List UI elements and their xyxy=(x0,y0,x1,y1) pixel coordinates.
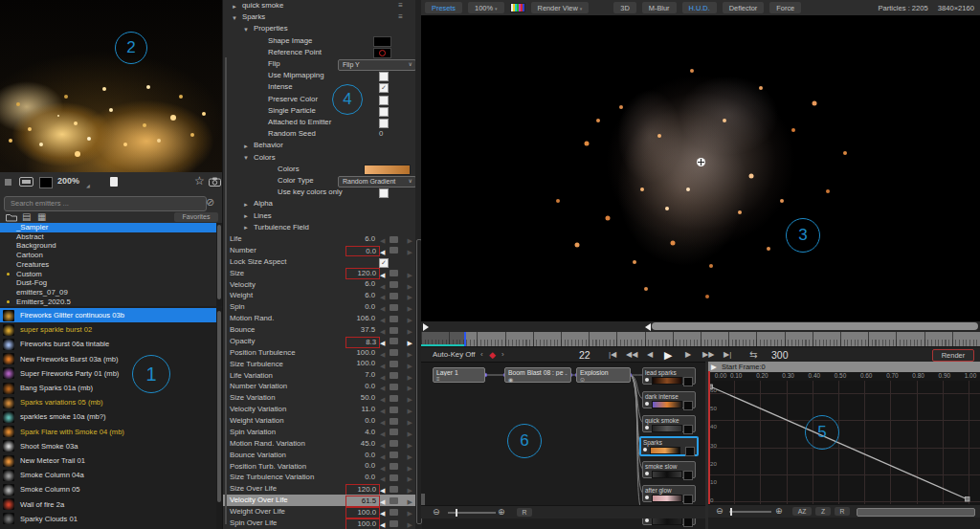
node-input-pin[interactable] xyxy=(645,496,649,499)
checkbox[interactable]: ✓ xyxy=(379,83,389,93)
keyframe-menu-button[interactable] xyxy=(390,281,398,288)
emitter-list-item[interactable]: Spark Flare with Smoke 04 (mb) xyxy=(0,425,216,439)
parameter-value[interactable]: 4.0 xyxy=(345,428,378,437)
keyframe-menu-button[interactable] xyxy=(390,497,398,504)
parameter-row[interactable]: Bounce37.5◀▶ xyxy=(223,324,416,336)
parameter-row[interactable]: Life Variation7.0◀▶ xyxy=(223,370,416,382)
down-arrow-icon[interactable]: ▼ xyxy=(243,152,249,164)
parameter-row[interactable]: Life6.0◀▶ xyxy=(223,233,416,245)
parameter-row[interactable]: Size Over Life120.0◀▶ xyxy=(223,483,416,495)
inspector-tree-row[interactable]: FlipFlip Y∨ xyxy=(223,58,411,70)
small-swatch-icon[interactable] xyxy=(5,179,11,186)
prev-key-icon[interactable]: ‹ xyxy=(480,347,483,363)
right-arrow-icon[interactable]: ► xyxy=(232,1,237,12)
keyframe-menu-button[interactable] xyxy=(390,440,398,447)
parameter-value[interactable]: 61.5 xyxy=(345,496,380,507)
parameter-row[interactable]: Velocity Variation11.0◀▶ xyxy=(223,404,416,415)
node-input-pin[interactable] xyxy=(645,518,649,522)
parameter-value[interactable]: 0.0 xyxy=(345,246,380,257)
parameter-value[interactable]: 106.0 xyxy=(345,314,378,323)
parameter-row[interactable]: Number0.0◀▶ xyxy=(223,245,416,256)
parameter-row[interactable]: Velocity6.0◀▶ xyxy=(223,279,416,291)
shape-image-swatch[interactable] xyxy=(373,36,391,47)
color-bars-icon[interactable] xyxy=(510,3,525,12)
trim-mid-marker-icon[interactable] xyxy=(645,323,651,331)
dropdown-select[interactable]: Random Gradient∨ xyxy=(338,176,416,187)
parameter-row[interactable]: Spin0.0◀▶ xyxy=(223,301,416,313)
down-arrow-icon[interactable]: ▼ xyxy=(243,24,249,35)
emitter-node-lead-sparks[interactable]: lead sparks xyxy=(642,367,696,385)
node-input-pin[interactable] xyxy=(645,402,649,406)
viewport-button-force[interactable]: Force xyxy=(769,2,801,13)
parameter-row[interactable]: Size Variation50.0◀▶ xyxy=(223,392,416,404)
graph-zoom-slider-thumb[interactable] xyxy=(730,508,732,516)
grid-view-icon[interactable]: ▦ xyxy=(37,211,46,222)
node-input-pin[interactable] xyxy=(645,472,649,475)
inspector-tree-row[interactable]: Attached to Emitter xyxy=(223,117,411,128)
parameter-row[interactable]: Opacity8.3◀▶ xyxy=(223,336,416,347)
checkbox[interactable] xyxy=(379,188,389,198)
parameter-value[interactable]: 6.0 xyxy=(345,279,378,289)
emitter-list-item[interactable]: super sparkle burst 02 xyxy=(0,322,216,337)
parameter-value[interactable]: 100.0 xyxy=(345,359,378,368)
parameter-value[interactable]: 45.0 xyxy=(345,439,378,449)
inspector-tree-row[interactable]: ►Alpha xyxy=(223,198,411,209)
down-arrow-icon[interactable]: ▼ xyxy=(232,12,237,24)
inspector-left-scrollbar[interactable] xyxy=(225,57,227,524)
step-back-icon[interactable]: ◀ xyxy=(647,347,653,363)
parameter-value[interactable]: 0.0 xyxy=(345,473,378,482)
parameter-row[interactable]: Weight6.0◀▶ xyxy=(223,290,416,301)
emitter-position-crosshair[interactable] xyxy=(697,158,705,166)
parameter-row[interactable]: Spin Over Life100.0◀▶ xyxy=(223,518,416,529)
keyframe-menu-button[interactable] xyxy=(390,463,398,470)
node-input-pin[interactable] xyxy=(645,426,649,430)
parameter-row[interactable]: Lock Size Aspect✓ xyxy=(223,256,416,268)
parameter-row[interactable]: Velocity Over Life61.5◀▶ xyxy=(223,495,416,506)
inspector-tree-row[interactable]: Shape Image xyxy=(223,35,411,47)
inspector-tree-row[interactable]: Color TypeRandom Gradient∨ xyxy=(223,175,411,187)
favorites-button[interactable]: Favorites xyxy=(174,212,218,222)
keyframe-menu-button[interactable] xyxy=(390,304,398,311)
library-folder-item[interactable]: Background xyxy=(0,241,216,251)
timeline-playhead[interactable] xyxy=(464,332,466,346)
library-folder-item[interactable]: Custom xyxy=(0,270,216,279)
parameter-value[interactable]: 100.0 xyxy=(345,507,380,518)
keyframe-menu-button[interactable] xyxy=(390,474,398,481)
parameter-row[interactable]: Bounce Variation0.0◀▶ xyxy=(223,450,416,461)
parameter-value[interactable]: 0.0 xyxy=(345,416,378,426)
parameter-row[interactable]: Position Turb. Variation0.0◀▶ xyxy=(223,461,416,473)
emitter-list-item[interactable]: Smoke Column 05 xyxy=(0,482,216,496)
monitor-icon[interactable] xyxy=(19,177,33,187)
end-frame[interactable]: 300 xyxy=(771,347,789,363)
checkbox[interactable]: ✓ xyxy=(379,258,389,268)
emitter-list-item[interactable]: Bang Sparks 01a (mb) xyxy=(0,381,216,395)
loop-icon[interactable]: ⇆ xyxy=(749,347,757,363)
keyframe-menu-button[interactable] xyxy=(390,372,398,379)
viewport-zoom-select[interactable]: 100% ▾ xyxy=(468,2,503,13)
keyframe-menu-button[interactable] xyxy=(390,395,398,402)
parameter-row[interactable]: Position Turbulence100.0◀▶ xyxy=(223,347,416,359)
current-frame[interactable]: 22 xyxy=(579,347,590,363)
skip-to-end-icon[interactable]: ▶| xyxy=(724,347,731,363)
graph-header[interactable]: ▶ Start Frame:0 xyxy=(708,362,980,372)
skip-to-start-icon[interactable]: |◀ xyxy=(609,347,616,363)
step-forward-icon[interactable]: ▶ xyxy=(685,347,691,363)
parameter-value[interactable]: 7.0 xyxy=(345,370,378,380)
emitter-list-item[interactable]: Fireworks burst 06a tintable xyxy=(0,337,216,351)
keyframe-menu-button[interactable] xyxy=(390,316,398,322)
keyframe-menu-button[interactable] xyxy=(390,293,398,299)
graph-zoom-out-icon[interactable]: ⊖ xyxy=(716,506,724,516)
library-folder-item[interactable]: Dust-Fog xyxy=(0,278,216,288)
inspector-tree-row[interactable]: Colors xyxy=(223,164,411,175)
fast-rewind-icon[interactable]: ◀◀ xyxy=(626,347,637,363)
next-keyframe-icon[interactable]: ▶ xyxy=(408,519,412,529)
keyframe-menu-button[interactable] xyxy=(390,407,398,413)
next-key-icon[interactable]: › xyxy=(501,347,504,363)
graph-h-scrollbar[interactable] xyxy=(857,508,975,517)
keyframe-menu-button[interactable] xyxy=(390,418,398,425)
trim-thumb[interactable] xyxy=(652,322,978,330)
checkbox[interactable] xyxy=(379,72,389,81)
parameter-row[interactable]: Number Variation0.0◀▶ xyxy=(223,381,416,392)
emitter-list-item[interactable]: Smoke Column 04a xyxy=(0,468,216,482)
keyframe-menu-button[interactable] xyxy=(390,349,398,356)
